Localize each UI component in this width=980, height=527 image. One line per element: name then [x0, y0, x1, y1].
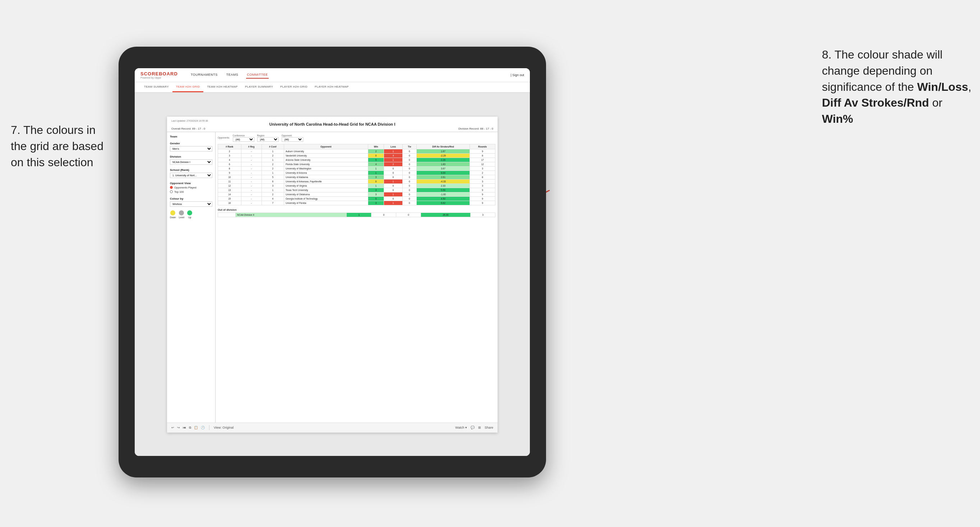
- col-conf: # Conf: [261, 144, 284, 149]
- sub-nav-team-summary[interactable]: TEAM SUMMARY: [140, 82, 172, 92]
- cell-rounds: 17: [470, 157, 495, 162]
- col-tie: Tie: [402, 144, 416, 149]
- cell-rank: 10: [218, 175, 242, 179]
- sub-nav: TEAM SUMMARY TEAM H2H GRID TEAM H2H HEAT…: [135, 82, 530, 93]
- cell-conf: 3: [261, 183, 284, 188]
- division-section: Division NCAA Division I: [170, 155, 212, 165]
- cell-win: 0: [368, 153, 383, 157]
- school-label: School (Rank): [170, 168, 212, 171]
- cell-conf: 1: [261, 157, 284, 162]
- cell-loss: 0: [384, 196, 403, 201]
- out-of-div-rounds: 3: [471, 213, 495, 217]
- sign-out[interactable]: | Sign out: [511, 73, 524, 77]
- cell-loss: 1: [384, 179, 403, 183]
- cell-rounds: 9: [470, 196, 495, 201]
- cell-diff: 2.61: [416, 175, 469, 179]
- watch-btn[interactable]: Watch ▾: [455, 426, 467, 429]
- redo-btn[interactable]: ↪: [177, 426, 180, 429]
- cell-win: 3: [368, 188, 383, 192]
- sub-nav-player-summary[interactable]: PLAYER SUMMARY: [242, 82, 277, 92]
- filter-opponent: Opponent (All): [282, 134, 303, 142]
- table-row: 14 - 2 University of Oklahoma 3 1 0 -1.0…: [218, 192, 495, 196]
- nav-teams[interactable]: TEAMS: [226, 71, 239, 79]
- division-select[interactable]: NCAA Division I: [170, 159, 212, 165]
- opponent-select[interactable]: (All): [282, 137, 303, 142]
- cell-tie: 0: [402, 162, 416, 166]
- cell-rank: 11: [218, 179, 242, 183]
- cell-tie: 0: [402, 170, 416, 175]
- radio-top-100[interactable]: Top 100: [170, 190, 212, 194]
- cell-loss: 1: [384, 157, 403, 162]
- filter-opponents-label: Opponents:: [218, 137, 230, 139]
- bottom-toolbar: ↩ ↪ ⏮ ⧉ 📋 🕐 View: Original Watch ▾ 💬 ⊞ S…: [167, 422, 498, 433]
- cell-tie: 0: [402, 192, 416, 196]
- nav-committee[interactable]: COMMITTEE: [246, 71, 269, 79]
- cell-win: 3: [368, 175, 383, 179]
- col-rounds: Rounds: [470, 144, 495, 149]
- cell-opponent: Auburn University: [284, 149, 368, 153]
- cell-conf: 1: [261, 149, 284, 153]
- cell-conf: 6: [261, 179, 284, 183]
- undo-btn[interactable]: ↩: [171, 426, 174, 429]
- radio-group: Opponents Played Top 100: [170, 186, 212, 194]
- cell-rounds: 8: [470, 153, 495, 157]
- cell-loss: 2: [384, 162, 403, 166]
- cell-reg: -: [241, 183, 261, 188]
- filter-region: Region (All): [257, 134, 279, 142]
- cell-opponent: University of Arizona: [284, 170, 368, 175]
- school-select[interactable]: 1. University of Nort...: [170, 173, 212, 178]
- out-of-division: Out of division NCAA Division II 1 0 0: [218, 208, 495, 217]
- col-reg: # Reg: [241, 144, 261, 149]
- cell-tie: 0: [402, 175, 416, 179]
- nav-back-btn[interactable]: ⏮: [183, 426, 186, 429]
- cell-conf: 2: [261, 162, 284, 166]
- sub-nav-player-h2h-grid[interactable]: PLAYER H2H GRID: [277, 82, 311, 92]
- toolbar-divider: [209, 425, 210, 430]
- cell-opponent: Florida State University: [284, 162, 368, 166]
- region-select[interactable]: (All): [257, 137, 279, 142]
- cell-rank: 4: [218, 157, 242, 162]
- logo-sub: Powered by clippd: [140, 76, 178, 79]
- overall-record: Overall Record: 89 - 17 - 0: [171, 127, 205, 130]
- grid-btn[interactable]: ⊞: [478, 426, 481, 429]
- cell-reg: -: [241, 196, 261, 201]
- cell-rounds: 9: [470, 192, 495, 196]
- sub-nav-team-h2h-heatmap[interactable]: TEAM H2H HEATMAP: [203, 82, 242, 92]
- conference-select[interactable]: (All): [233, 137, 255, 142]
- color-legend: Down Level Up: [170, 210, 212, 219]
- colour-by-select[interactable]: Win/loss: [170, 202, 212, 207]
- cell-rank: 3: [218, 153, 242, 157]
- nav-tournaments[interactable]: TOURNAMENTS: [190, 71, 218, 79]
- out-of-div-row: NCAA Division II 1 0 0 26.00 3: [218, 213, 495, 217]
- logo-area: SCOREBOARD Powered by clippd: [140, 71, 178, 79]
- out-of-div-name: NCAA Division II: [235, 213, 347, 217]
- cell-win: 2: [368, 149, 383, 153]
- sub-nav-player-h2h-heatmap[interactable]: PLAYER H2H HEATMAP: [311, 82, 352, 92]
- radio-opponents-played[interactable]: Opponents Played: [170, 186, 212, 189]
- cell-win: 1: [368, 183, 383, 188]
- cell-loss: 1: [384, 201, 403, 205]
- cell-loss: 4: [384, 153, 403, 157]
- paste-btn[interactable]: 📋: [194, 426, 198, 429]
- cell-win: 4: [368, 162, 383, 166]
- clock-btn[interactable]: 🕐: [201, 426, 205, 429]
- copy-btn[interactable]: ⧉: [189, 426, 191, 430]
- out-of-div-tie: 0: [396, 213, 421, 217]
- cell-diff: -2.29: [416, 153, 469, 157]
- cell-rank: 13: [218, 188, 242, 192]
- gender-select[interactable]: Men's: [170, 146, 212, 151]
- cell-tie: 0: [402, 196, 416, 201]
- comment-btn[interactable]: 💬: [471, 426, 474, 429]
- cell-opponent: University of Washington: [284, 166, 368, 170]
- cell-rounds: 8: [470, 175, 495, 179]
- cell-win: 5: [368, 196, 383, 201]
- division-record: Division Record: 88 - 17 - 0: [458, 127, 493, 130]
- cell-tie: 0: [402, 157, 416, 162]
- cell-reg: -: [241, 149, 261, 153]
- cell-diff: 2.33: [416, 183, 469, 188]
- sub-nav-team-h2h-grid[interactable]: TEAM H2H GRID: [172, 82, 204, 92]
- view-original-btn[interactable]: View: Original: [214, 426, 234, 429]
- share-btn[interactable]: Share: [485, 426, 493, 429]
- cell-diff: 4.50: [416, 196, 469, 201]
- cell-diff: 5.56: [416, 188, 469, 192]
